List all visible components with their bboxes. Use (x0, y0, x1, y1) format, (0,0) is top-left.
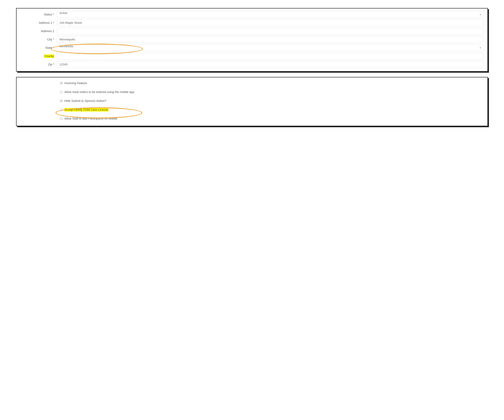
hide-submit-checkbox[interactable] (60, 100, 62, 102)
invoicing-checkbox[interactable] (60, 82, 62, 84)
meal-orders-checkbox[interactable] (60, 91, 62, 93)
group-license-row: Group Family Child Care License (21, 108, 483, 112)
allow-staff-row: Allow Staff to add Participants on Mobil… (21, 117, 483, 120)
state-label: State * (21, 46, 57, 50)
status-value: Active (60, 11, 67, 15)
zip-label: Zip * (21, 63, 57, 66)
address2-label: Address 2 (21, 30, 57, 33)
state-select[interactable]: Minnesota (57, 44, 483, 51)
meal-orders-label[interactable]: Allow meal orders to be entered using th… (64, 90, 134, 94)
county-input[interactable] (57, 53, 483, 59)
status-row: Status * Active ▼ (21, 11, 483, 18)
county-label-text: County (44, 54, 54, 58)
county-label: County (21, 54, 57, 58)
meal-orders-row: Allow meal orders to be entered using th… (21, 90, 483, 94)
allow-staff-checkbox[interactable] (60, 118, 62, 120)
county-row: County (21, 53, 483, 59)
address1-row: Address 1 * (21, 19, 483, 26)
address1-label: Address 1 * (21, 21, 57, 25)
zip-row: Zip * (21, 61, 483, 68)
state-row: State * Minnesota ▼ (21, 44, 483, 51)
address1-input[interactable] (57, 19, 483, 26)
hide-submit-row: Hide Submit to Sponsor button? (21, 99, 483, 103)
address2-row: Address 2 (21, 28, 483, 35)
city-row: City * (21, 36, 483, 43)
options-panel: Invoicing Feature Allow meal orders to b… (16, 77, 488, 126)
address-panel: Status * Active ▼ Address 1 * Address 2 … (16, 8, 488, 72)
group-license-checkbox[interactable] (60, 109, 62, 111)
allow-staff-label[interactable]: Allow Staff to add Participants on Mobil… (64, 117, 117, 120)
invoicing-row: Invoicing Feature (21, 81, 483, 85)
address2-input[interactable] (57, 28, 483, 35)
zip-input[interactable] (57, 61, 483, 68)
city-input[interactable] (57, 36, 483, 43)
status-select[interactable]: Active (57, 11, 483, 18)
status-label: Status * (21, 13, 57, 16)
invoicing-label[interactable]: Invoicing Feature (64, 81, 87, 85)
hide-submit-label[interactable]: Hide Submit to Sponsor button? (64, 99, 106, 103)
group-license-label[interactable]: Group Family Child Care License (64, 108, 108, 112)
city-label: City * (21, 38, 57, 41)
state-value: Minnesota (60, 45, 73, 48)
